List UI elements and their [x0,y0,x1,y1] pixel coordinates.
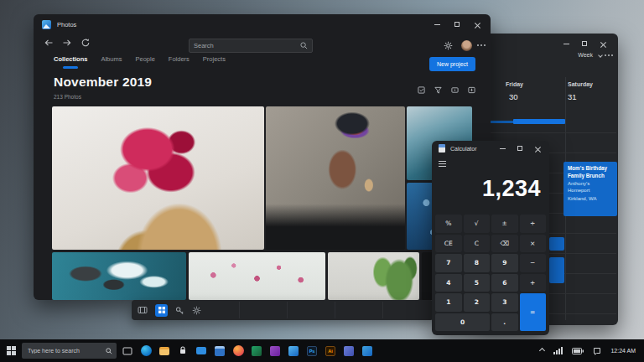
tray-overflow-icon[interactable] [539,348,545,354]
all-day-event-bar[interactable] [513,119,565,124]
hamburger-menu-icon[interactable] [439,161,446,167]
event-title: Mom's Birthday Family Brunch [568,165,613,179]
key-clear-entry[interactable]: CE [435,235,462,253]
all-day-event-bar[interactable] [489,121,513,123]
minimize-button[interactable] [559,39,573,49]
key-3[interactable]: 3 [491,293,518,312]
refresh-icon[interactable] [80,38,91,48]
photo-green-plant[interactable] [328,252,419,300]
calendar-event-partial[interactable] [549,257,564,283]
key-plus[interactable]: + [520,274,547,292]
file-explorer-icon[interactable] [157,339,172,362]
close-button[interactable] [596,39,610,49]
edge-browser-icon[interactable] [138,339,153,362]
search-input[interactable] [194,42,300,49]
minimize-button[interactable] [496,143,509,153]
minimize-button[interactable] [430,19,444,29]
settings-gear-icon[interactable] [444,41,453,50]
network-icon[interactable] [553,347,563,354]
key-1[interactable]: 1 [435,293,462,312]
close-button[interactable] [470,19,484,29]
key-percent[interactable]: % [435,215,462,233]
photos-window: Photos Collections [34,14,491,300]
key-clear[interactable]: C [464,235,491,253]
key-multiply[interactable]: × [520,235,547,253]
window-title: Photos [57,21,76,28]
import-icon[interactable] [468,86,475,94]
forward-icon[interactable] [62,38,72,48]
key-backspace[interactable]: ⌫ [491,235,518,253]
key-minus[interactable]: − [520,254,547,272]
start-button[interactable] [0,339,22,362]
see-more-icon[interactable] [480,44,482,46]
key-2[interactable]: 2 [464,293,491,312]
more-options-icon[interactable] [608,54,610,56]
outlook-app-icon[interactable] [360,339,375,362]
calendar-event-partial[interactable] [549,237,564,251]
taskbar-search-input[interactable] [28,348,106,354]
settings-gear-icon[interactable] [192,306,201,315]
battery-icon[interactable] [572,348,584,354]
tab-people[interactable]: People [135,55,154,69]
teams-app-icon[interactable] [341,339,356,362]
grid-icon [158,307,165,313]
date-cell[interactable]: 30 [509,92,518,101]
window-title: Calculator [450,146,477,152]
key-sqrt[interactable]: √ [464,215,491,233]
chevron-down-icon[interactable] [598,53,603,58]
key-5[interactable]: 5 [464,274,491,292]
lock-app-icon[interactable] [175,339,190,362]
key-7[interactable]: 7 [435,254,462,272]
action-center-icon[interactable] [593,347,601,355]
calculator-window: Calculator 1,234 % √ ± ÷ CE C ⌫ × 7 8 9 … [432,141,549,335]
maximize-button[interactable] [513,143,527,153]
firefox-browser-icon[interactable] [231,339,246,362]
key-0[interactable]: 0 [435,313,490,332]
key-6[interactable]: 6 [491,274,518,292]
calendar-view-selector[interactable]: Week [578,52,593,58]
maximize-button[interactable] [578,39,591,49]
calculator-keypad: % √ ± ÷ CE C ⌫ × 7 8 9 − 4 5 6 + 1 2 3 =… [435,215,546,331]
calendar-event-card[interactable]: Mom's Birthday Family Brunch Anthony's H… [564,162,617,216]
filmstrip-icon[interactable] [138,306,148,314]
slideshow-icon[interactable] [451,86,459,94]
key-negate[interactable]: ± [491,215,518,233]
excel-app-icon[interactable] [249,339,264,362]
photo-ocean-waves[interactable] [52,252,186,300]
tab-projects[interactable]: Projects [203,55,226,69]
tab-folders[interactable]: Folders [169,55,190,69]
key-8[interactable]: 8 [464,254,491,272]
key-equals[interactable]: = [520,293,547,331]
windows-logo-icon [7,346,16,355]
photoshop-app-icon[interactable]: Ps [304,339,319,362]
key-9[interactable]: 9 [491,254,518,272]
filter-icon[interactable] [434,86,442,94]
photos-app-icon[interactable] [286,339,301,362]
edit-key-icon[interactable] [175,306,184,315]
maximize-button[interactable] [450,19,464,29]
select-icon[interactable] [418,86,425,94]
photo-pink-flowers[interactable] [189,252,325,300]
taskbar-clock[interactable]: 12:24 AM [610,348,636,354]
account-avatar[interactable] [461,40,472,51]
tab-collections[interactable]: Collections [54,55,87,69]
taskbar-search-box[interactable] [22,343,117,359]
key-4[interactable]: 4 [435,274,462,292]
photos-search-box[interactable] [189,39,313,53]
key-decimal[interactable]: . [491,313,518,332]
key-divide[interactable]: ÷ [520,215,547,233]
close-button[interactable] [531,143,544,153]
date-cell[interactable]: 31 [568,92,577,101]
event-city: Kirkland, WA [568,196,613,203]
tab-albums[interactable]: Albums [101,55,122,69]
mail-app-icon[interactable] [194,339,209,362]
photo-woman-portrait[interactable] [266,106,405,250]
new-project-button[interactable]: New project [429,57,475,71]
calendar-app-icon[interactable] [212,339,227,362]
task-view-button[interactable] [120,339,135,362]
illustrator-app-icon[interactable]: Ai [323,339,338,362]
back-icon[interactable] [44,38,54,48]
grid-view-button-active[interactable] [155,304,168,317]
photo-flowers-basket[interactable] [52,106,264,250]
onenote-app-icon[interactable] [267,339,283,362]
